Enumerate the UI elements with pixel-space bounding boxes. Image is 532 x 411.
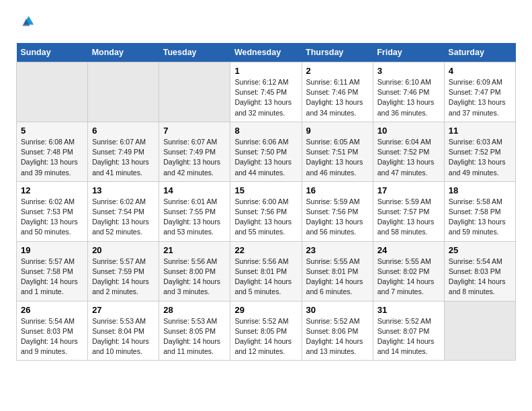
- day-number: 19: [21, 245, 83, 255]
- cell-5-4: 29Sunrise: 5:52 AMSunset: 8:05 PMDayligh…: [230, 301, 302, 361]
- day-number: 10: [378, 126, 440, 136]
- day-number: 12: [21, 185, 83, 195]
- day-info: Sunrise: 6:03 AMSunset: 7:52 PMDaylight:…: [449, 137, 511, 178]
- cell-4-3: 21Sunrise: 5:56 AMSunset: 8:00 PMDayligh…: [159, 241, 230, 301]
- cell-2-7: 11Sunrise: 6:03 AMSunset: 7:52 PMDayligh…: [444, 122, 515, 181]
- day-info: Sunrise: 5:53 AMSunset: 8:04 PMDaylight:…: [92, 316, 154, 357]
- day-number: 31: [378, 305, 440, 315]
- cell-4-5: 23Sunrise: 5:55 AMSunset: 8:01 PMDayligh…: [302, 241, 373, 301]
- header: [16, 13, 516, 32]
- day-info: Sunrise: 6:10 AMSunset: 7:46 PMDaylight:…: [378, 77, 440, 118]
- cell-5-6: 31Sunrise: 5:52 AMSunset: 8:07 PMDayligh…: [373, 301, 444, 361]
- day-info: Sunrise: 6:00 AMSunset: 7:56 PMDaylight:…: [234, 197, 297, 238]
- col-header-tuesday: Tuesday: [159, 43, 230, 62]
- day-info: Sunrise: 5:56 AMSunset: 8:00 PMDaylight:…: [163, 257, 226, 298]
- col-header-friday: Friday: [373, 43, 444, 62]
- cell-2-1: 5Sunrise: 6:08 AMSunset: 7:48 PMDaylight…: [17, 122, 88, 181]
- cell-3-5: 16Sunrise: 5:59 AMSunset: 7:56 PMDayligh…: [302, 181, 373, 241]
- col-header-wednesday: Wednesday: [230, 43, 302, 62]
- cell-1-7: 4Sunrise: 6:09 AMSunset: 7:47 PMDaylight…: [444, 62, 515, 122]
- day-number: 23: [306, 245, 369, 255]
- cell-2-6: 10Sunrise: 6:04 AMSunset: 7:52 PMDayligh…: [373, 122, 444, 181]
- week-row-4: 19Sunrise: 5:57 AMSunset: 7:58 PMDayligh…: [17, 241, 516, 301]
- day-number: 9: [306, 126, 369, 136]
- day-number: 25: [449, 245, 511, 255]
- day-number: 21: [163, 245, 226, 255]
- cell-2-4: 8Sunrise: 6:06 AMSunset: 7:50 PMDaylight…: [230, 122, 302, 181]
- day-number: 29: [234, 305, 297, 315]
- week-row-3: 12Sunrise: 6:02 AMSunset: 7:53 PMDayligh…: [17, 181, 516, 241]
- cell-4-2: 20Sunrise: 5:57 AMSunset: 7:59 PMDayligh…: [88, 241, 159, 301]
- cell-1-5: 2Sunrise: 6:11 AMSunset: 7:46 PMDaylight…: [302, 62, 373, 122]
- day-info: Sunrise: 5:57 AMSunset: 7:59 PMDaylight:…: [92, 257, 154, 298]
- col-header-thursday: Thursday: [302, 43, 373, 62]
- day-info: Sunrise: 5:57 AMSunset: 7:58 PMDaylight:…: [21, 257, 83, 298]
- day-number: 15: [234, 185, 297, 195]
- cell-3-1: 12Sunrise: 6:02 AMSunset: 7:53 PMDayligh…: [17, 181, 88, 241]
- day-info: Sunrise: 5:56 AMSunset: 8:01 PMDaylight:…: [234, 257, 297, 298]
- calendar-body: 1Sunrise: 6:12 AMSunset: 7:45 PMDaylight…: [17, 62, 516, 361]
- day-number: 27: [92, 305, 154, 315]
- day-info: Sunrise: 6:11 AMSunset: 7:46 PMDaylight:…: [306, 77, 369, 118]
- logo: [16, 13, 38, 32]
- day-number: 7: [163, 126, 226, 136]
- day-info: Sunrise: 6:09 AMSunset: 7:47 PMDaylight:…: [449, 77, 511, 118]
- day-info: Sunrise: 5:59 AMSunset: 7:57 PMDaylight:…: [378, 197, 440, 238]
- day-number: 13: [92, 185, 154, 195]
- calendar-table: SundayMondayTuesdayWednesdayThursdayFrid…: [16, 43, 516, 361]
- day-number: 2: [306, 66, 369, 76]
- day-number: 17: [378, 185, 440, 195]
- cell-1-1: [17, 62, 88, 122]
- day-number: 16: [306, 185, 369, 195]
- day-number: 3: [378, 66, 440, 76]
- day-info: Sunrise: 5:53 AMSunset: 8:05 PMDaylight:…: [163, 316, 226, 357]
- day-number: 20: [92, 245, 154, 255]
- day-info: Sunrise: 6:02 AMSunset: 7:54 PMDaylight:…: [92, 197, 154, 238]
- cell-3-7: 18Sunrise: 5:58 AMSunset: 7:58 PMDayligh…: [444, 181, 515, 241]
- calendar-header: SundayMondayTuesdayWednesdayThursdayFrid…: [17, 43, 516, 62]
- day-number: 5: [21, 126, 83, 136]
- day-info: Sunrise: 6:01 AMSunset: 7:55 PMDaylight:…: [163, 197, 226, 238]
- day-number: 30: [306, 305, 369, 315]
- cell-2-2: 6Sunrise: 6:07 AMSunset: 7:49 PMDaylight…: [88, 122, 159, 181]
- cell-1-2: [88, 62, 159, 122]
- day-info: Sunrise: 5:52 AMSunset: 8:07 PMDaylight:…: [378, 316, 440, 357]
- col-header-monday: Monday: [88, 43, 159, 62]
- cell-3-6: 17Sunrise: 5:59 AMSunset: 7:57 PMDayligh…: [373, 181, 444, 241]
- day-number: 26: [21, 305, 83, 315]
- week-row-5: 26Sunrise: 5:54 AMSunset: 8:03 PMDayligh…: [17, 301, 516, 361]
- day-number: 8: [234, 126, 297, 136]
- cell-4-6: 24Sunrise: 5:55 AMSunset: 8:02 PMDayligh…: [373, 241, 444, 301]
- day-number: 6: [92, 126, 154, 136]
- cell-5-1: 26Sunrise: 5:54 AMSunset: 8:03 PMDayligh…: [17, 301, 88, 361]
- day-info: Sunrise: 6:07 AMSunset: 7:49 PMDaylight:…: [163, 137, 226, 178]
- header-row: SundayMondayTuesdayWednesdayThursdayFrid…: [17, 43, 516, 62]
- day-info: Sunrise: 5:52 AMSunset: 8:05 PMDaylight:…: [234, 316, 297, 357]
- day-info: Sunrise: 6:12 AMSunset: 7:45 PMDaylight:…: [234, 77, 297, 118]
- week-row-1: 1Sunrise: 6:12 AMSunset: 7:45 PMDaylight…: [17, 62, 516, 122]
- cell-5-2: 27Sunrise: 5:53 AMSunset: 8:04 PMDayligh…: [88, 301, 159, 361]
- day-number: 11: [449, 126, 511, 136]
- cell-5-3: 28Sunrise: 5:53 AMSunset: 8:05 PMDayligh…: [159, 301, 230, 361]
- day-info: Sunrise: 6:08 AMSunset: 7:48 PMDaylight:…: [21, 137, 83, 178]
- cell-1-4: 1Sunrise: 6:12 AMSunset: 7:45 PMDaylight…: [230, 62, 302, 122]
- day-number: 22: [234, 245, 297, 255]
- day-info: Sunrise: 5:55 AMSunset: 8:02 PMDaylight:…: [378, 257, 440, 298]
- day-info: Sunrise: 6:02 AMSunset: 7:53 PMDaylight:…: [21, 197, 83, 238]
- day-info: Sunrise: 5:54 AMSunset: 8:03 PMDaylight:…: [21, 316, 83, 357]
- cell-4-7: 25Sunrise: 5:54 AMSunset: 8:03 PMDayligh…: [444, 241, 515, 301]
- day-number: 24: [378, 245, 440, 255]
- cell-5-7: [444, 301, 515, 361]
- day-info: Sunrise: 5:55 AMSunset: 8:01 PMDaylight:…: [306, 257, 369, 298]
- day-info: Sunrise: 5:54 AMSunset: 8:03 PMDaylight:…: [449, 257, 511, 298]
- cell-4-1: 19Sunrise: 5:57 AMSunset: 7:58 PMDayligh…: [17, 241, 88, 301]
- logo-icon: [16, 13, 35, 32]
- cell-2-5: 9Sunrise: 6:05 AMSunset: 7:51 PMDaylight…: [302, 122, 373, 181]
- day-info: Sunrise: 6:05 AMSunset: 7:51 PMDaylight:…: [306, 137, 369, 178]
- cell-1-3: [159, 62, 230, 122]
- cell-5-5: 30Sunrise: 5:52 AMSunset: 8:06 PMDayligh…: [302, 301, 373, 361]
- cell-1-6: 3Sunrise: 6:10 AMSunset: 7:46 PMDaylight…: [373, 62, 444, 122]
- cell-4-4: 22Sunrise: 5:56 AMSunset: 8:01 PMDayligh…: [230, 241, 302, 301]
- day-info: Sunrise: 5:59 AMSunset: 7:56 PMDaylight:…: [306, 197, 369, 238]
- page: SundayMondayTuesdayWednesdayThursdayFrid…: [0, 0, 532, 374]
